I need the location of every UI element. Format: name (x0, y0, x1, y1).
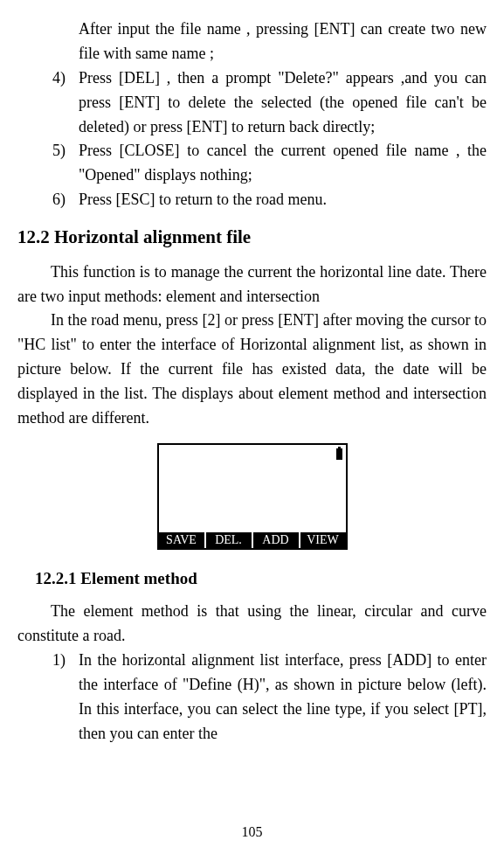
continuation-text: After input the file name , pressing [EN… (79, 17, 487, 66)
list-number: 5) (52, 139, 79, 188)
device-screenshot: SAVE DEL. ADD VIEW (157, 443, 348, 550)
list-text: Press [CLOSE] to cancel the current open… (79, 139, 487, 188)
device-screen (159, 445, 346, 532)
heading-12-2: 12.2 Horizontal alignment file (17, 223, 487, 252)
del-button[interactable]: DEL. (206, 532, 253, 548)
battery-icon (336, 448, 342, 460)
list-item-5: 5) Press [CLOSE] to cancel the current o… (52, 139, 487, 188)
list-text: Press [DEL] , then a prompt "Delete?" ap… (79, 66, 487, 140)
list-text: Press [ESC] to return to the road menu. (79, 188, 487, 212)
heading-12-2-1: 12.2.1 Element method (35, 566, 487, 591)
paragraph: The element method is that using the lin… (17, 600, 487, 649)
page-number: 105 (0, 822, 504, 844)
list-number: 4) (52, 66, 79, 140)
list-item-4: 4) Press [DEL] , then a prompt "Delete?"… (52, 66, 487, 140)
paragraph: This function is to manage the current t… (17, 260, 487, 309)
view-button[interactable]: VIEW (300, 532, 346, 548)
save-button[interactable]: SAVE (159, 532, 206, 548)
list-item-1: 1) In the horizontal alignment list inte… (52, 649, 487, 746)
paragraph: In the road menu, press [2] or press [EN… (17, 309, 487, 430)
list-number: 1) (52, 649, 79, 746)
list-text: In the horizontal alignment list interfa… (79, 649, 487, 746)
list-number: 6) (52, 188, 79, 212)
add-button[interactable]: ADD (253, 532, 300, 548)
device-button-row: SAVE DEL. ADD VIEW (159, 532, 346, 548)
list-item-6: 6) Press [ESC] to return to the road men… (52, 188, 487, 212)
